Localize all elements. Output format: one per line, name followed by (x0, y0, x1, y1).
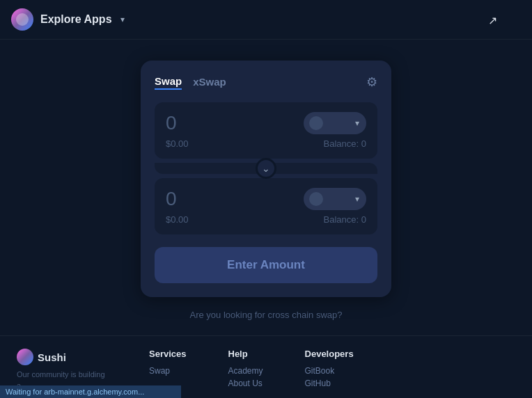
to-balance: Balance: 0 (324, 214, 366, 225)
header-chevron-icon[interactable]: ▾ (120, 15, 125, 24)
from-balance: Balance: 0 (324, 138, 366, 149)
to-input-top: 0 ▾ (166, 188, 366, 210)
to-token-chevron-icon: ▾ (355, 194, 359, 204)
footer-help-title: Help (228, 349, 263, 359)
footer-link-gitbook[interactable]: GitBook (305, 366, 354, 376)
settings-icon[interactable]: ⚙ (366, 74, 377, 90)
to-token-input: 0 ▾ $0.00 Balance: 0 (155, 178, 377, 234)
swap-direction-container: ⌄ (155, 163, 377, 174)
from-token-chevron-icon: ▾ (355, 118, 359, 128)
tab-xswap[interactable]: xSwap (193, 76, 226, 89)
swap-direction-button[interactable]: ⌄ (256, 158, 276, 179)
app-header: Explore Apps ▾ (0, 0, 532, 40)
footer-link-github[interactable]: GitHub (305, 379, 354, 388)
from-input-top: 0 ▾ (166, 112, 366, 134)
header-title: Explore Apps (40, 13, 112, 26)
footer-brand-name: Sushi (38, 351, 66, 363)
enter-amount-button[interactable]: Enter Amount (155, 247, 377, 283)
footer-services-col: Services Swap (149, 349, 187, 391)
to-input-bottom: $0.00 Balance: 0 (166, 214, 366, 225)
swap-card: Swap xSwap ⚙ 0 ▾ $0.00 Balance: 0 ⌄ (141, 61, 391, 297)
logo-inner (16, 13, 29, 26)
to-token-icon (309, 192, 323, 206)
to-usd-value: $0.00 (166, 214, 189, 225)
from-token-input: 0 ▾ $0.00 Balance: 0 (155, 102, 377, 159)
footer-link-academy[interactable]: Academy (228, 366, 263, 376)
footer-services-title: Services (149, 349, 187, 359)
from-token-icon (309, 116, 323, 130)
status-bar: Waiting for arb-mainnet.g.alchemy.com... (0, 385, 181, 398)
footer-logo-icon (17, 349, 33, 365)
from-usd-value: $0.00 (166, 138, 189, 149)
footer-help-col: Help Academy About Us (228, 349, 263, 391)
cross-chain-text: Are you looking for cross chain swap? (190, 310, 343, 320)
to-token-selector[interactable]: ▾ (304, 188, 366, 210)
from-amount[interactable]: 0 (166, 112, 177, 134)
footer-logo: Sushi (17, 349, 107, 365)
from-input-bottom: $0.00 Balance: 0 (166, 138, 366, 149)
footer-brand: Sushi Our community is building a (17, 349, 107, 391)
footer-developers-col: Developers GitBook GitHub (305, 349, 354, 391)
tabs-row: Swap xSwap ⚙ (155, 74, 377, 90)
footer-link-about[interactable]: About Us (228, 379, 263, 388)
from-token-selector[interactable]: ▾ (304, 112, 366, 134)
main-content: Swap xSwap ⚙ 0 ▾ $0.00 Balance: 0 ⌄ (0, 40, 532, 320)
app-logo (11, 8, 33, 31)
tab-swap[interactable]: Swap (155, 75, 182, 90)
to-amount[interactable]: 0 (166, 188, 177, 210)
footer-link-swap[interactable]: Swap (149, 366, 187, 376)
footer-developers-title: Developers (305, 349, 354, 359)
